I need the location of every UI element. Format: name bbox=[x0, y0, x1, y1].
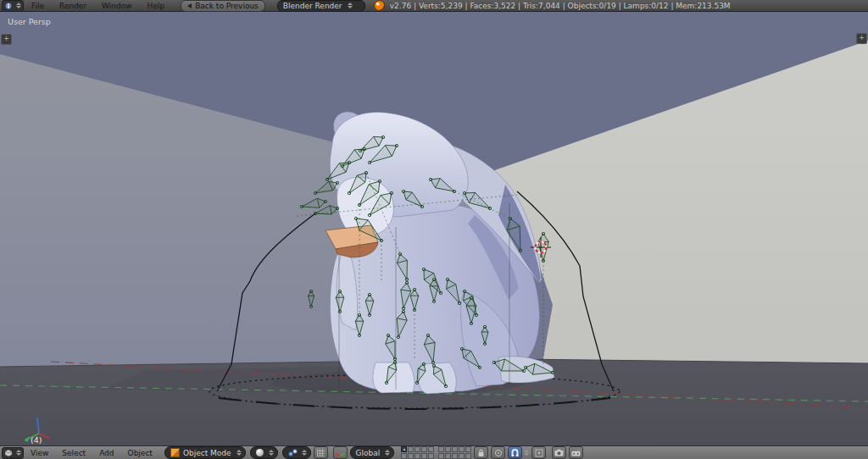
camera-icon bbox=[554, 449, 564, 456]
layer-cell-10[interactable] bbox=[428, 453, 434, 459]
editor-stepper-icon bbox=[16, 3, 21, 8]
layer-cell-13[interactable] bbox=[452, 446, 458, 452]
lock-icon bbox=[477, 449, 485, 457]
orientation-stepper-icon bbox=[385, 450, 390, 456]
layer-cell-18[interactable] bbox=[452, 453, 458, 459]
lock-to-scene-toggle[interactable] bbox=[474, 446, 488, 459]
layer-cell-19[interactable] bbox=[459, 453, 465, 459]
view3d-editor-icon bbox=[4, 449, 13, 457]
layer-cell-7[interactable] bbox=[408, 453, 414, 459]
center-points-icon bbox=[317, 449, 325, 456]
editor-type-selector-info[interactable] bbox=[2, 0, 24, 12]
blender-logo-icon bbox=[374, 0, 385, 11]
menu-view[interactable]: View bbox=[24, 449, 55, 457]
properties-open-tab[interactable]: + bbox=[856, 33, 867, 44]
snap-target-select[interactable] bbox=[531, 446, 546, 459]
mode-stepper-icon bbox=[236, 450, 242, 456]
viewport-3d[interactable]: User Persp (4) + + bbox=[0, 12, 868, 445]
snap-element-stepper-icon[interactable] bbox=[524, 450, 529, 456]
viewport-shading-select[interactable] bbox=[250, 446, 278, 459]
transform-orientation-select[interactable]: Global bbox=[350, 446, 395, 459]
active-object-label: (4) bbox=[31, 435, 42, 445]
menu-help[interactable]: Help bbox=[140, 2, 173, 10]
back-arrow-icon bbox=[187, 3, 192, 8]
snap-magnet-icon bbox=[511, 449, 519, 457]
layer-cell-2[interactable] bbox=[408, 446, 414, 452]
manipulate-center-points-toggle[interactable] bbox=[314, 446, 328, 459]
layer-cell-9[interactable] bbox=[421, 453, 427, 459]
layer-cell-15[interactable] bbox=[465, 446, 471, 452]
layer-cell-16[interactable] bbox=[438, 453, 444, 459]
layer-cell-3[interactable] bbox=[415, 446, 420, 452]
menu-add[interactable]: Add bbox=[92, 449, 120, 457]
layer-cell-11[interactable] bbox=[438, 446, 444, 452]
menu-window[interactable]: Window bbox=[94, 2, 140, 10]
layer-cell-17[interactable] bbox=[445, 453, 451, 459]
menu-select[interactable]: Select bbox=[55, 449, 92, 457]
shading-solid-icon bbox=[256, 449, 264, 456]
layer-cell-5[interactable] bbox=[428, 446, 434, 452]
pivot-point-select[interactable] bbox=[282, 446, 311, 459]
info-header: File Render Window Help Back to Previous… bbox=[0, 0, 868, 12]
shading-stepper-icon bbox=[269, 450, 274, 456]
layer-cell-8[interactable] bbox=[415, 453, 420, 459]
info-editor-icon bbox=[4, 2, 13, 10]
editor-stepper-icon bbox=[16, 450, 21, 456]
opengl-render-anim-button[interactable] bbox=[569, 446, 583, 459]
layer-cell-4[interactable] bbox=[421, 446, 427, 452]
view-name-label: User Persp bbox=[8, 17, 51, 26]
snap-toggle[interactable] bbox=[508, 446, 522, 459]
toolshelf-open-tab[interactable]: + bbox=[1, 34, 12, 45]
layer-cell-20[interactable] bbox=[465, 453, 471, 459]
render-engine-select[interactable]: Blender Render bbox=[277, 0, 365, 12]
pivot-median-icon bbox=[288, 449, 297, 456]
pivot-stepper-icon bbox=[302, 450, 307, 456]
engine-stepper-icon bbox=[348, 3, 353, 8]
layer-cell-1[interactable] bbox=[401, 446, 407, 452]
editor-type-selector-3dview[interactable] bbox=[2, 447, 24, 459]
snap-target-icon bbox=[535, 449, 543, 457]
menu-object[interactable]: Object bbox=[121, 449, 159, 457]
layer-cell-12[interactable] bbox=[445, 446, 451, 452]
mode-select[interactable]: Object Mode bbox=[164, 446, 246, 459]
menu-file[interactable]: File bbox=[24, 2, 52, 10]
layer-cell-6[interactable] bbox=[401, 453, 407, 459]
layers-widget bbox=[401, 446, 471, 459]
object-mode-icon bbox=[170, 448, 180, 457]
clapperboard-icon bbox=[571, 449, 581, 456]
back-to-previous-button[interactable]: Back to Previous bbox=[181, 0, 265, 12]
manipulator-axis-icon bbox=[336, 449, 344, 457]
proportional-edit-icon bbox=[494, 449, 503, 457]
layer-cell-14[interactable] bbox=[459, 446, 465, 452]
proportional-edit-select[interactable] bbox=[491, 446, 505, 459]
blender-window: File Render Window Help Back to Previous… bbox=[0, 0, 868, 459]
scene-stats: v2.76 | Verts:5,239 | Faces:3,522 | Tris… bbox=[390, 2, 731, 10]
view3d-header: View Select Add Object Object Mode Globa… bbox=[0, 445, 868, 459]
opengl-render-still-button[interactable] bbox=[552, 446, 566, 459]
menu-render[interactable]: Render bbox=[52, 2, 94, 10]
manipulator-toggle[interactable] bbox=[333, 446, 348, 459]
